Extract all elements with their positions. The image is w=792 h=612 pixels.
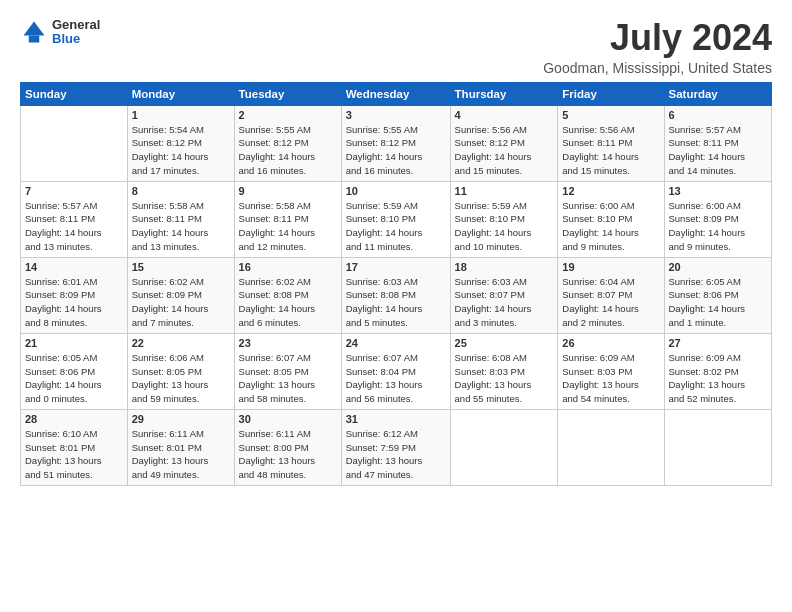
- calendar-week-row: 7Sunrise: 5:57 AM Sunset: 8:11 PM Daylig…: [21, 181, 772, 257]
- day-number: 28: [25, 413, 123, 425]
- day-info: Sunrise: 6:02 AM Sunset: 8:08 PM Dayligh…: [239, 275, 337, 330]
- day-number: 1: [132, 109, 230, 121]
- calendar-cell: 11Sunrise: 5:59 AM Sunset: 8:10 PM Dayli…: [450, 181, 558, 257]
- logo-blue-text: Blue: [52, 32, 100, 46]
- day-info: Sunrise: 6:01 AM Sunset: 8:09 PM Dayligh…: [25, 275, 123, 330]
- weekday-header: Saturday: [664, 82, 772, 105]
- day-number: 20: [669, 261, 768, 273]
- svg-marker-0: [24, 22, 45, 36]
- day-info: Sunrise: 6:00 AM Sunset: 8:10 PM Dayligh…: [562, 199, 659, 254]
- day-number: 13: [669, 185, 768, 197]
- calendar-cell: [664, 409, 772, 485]
- day-info: Sunrise: 6:07 AM Sunset: 8:05 PM Dayligh…: [239, 351, 337, 406]
- day-number: 22: [132, 337, 230, 349]
- day-info: Sunrise: 6:11 AM Sunset: 8:01 PM Dayligh…: [132, 427, 230, 482]
- month-title: July 2024: [543, 18, 772, 58]
- calendar-cell: 9Sunrise: 5:58 AM Sunset: 8:11 PM Daylig…: [234, 181, 341, 257]
- day-number: 8: [132, 185, 230, 197]
- logo: General Blue: [20, 18, 100, 47]
- day-number: 31: [346, 413, 446, 425]
- calendar-cell: 20Sunrise: 6:05 AM Sunset: 8:06 PM Dayli…: [664, 257, 772, 333]
- calendar-cell: 1Sunrise: 5:54 AM Sunset: 8:12 PM Daylig…: [127, 105, 234, 181]
- day-number: 15: [132, 261, 230, 273]
- day-info: Sunrise: 5:58 AM Sunset: 8:11 PM Dayligh…: [132, 199, 230, 254]
- calendar-cell: [558, 409, 664, 485]
- calendar-cell: 5Sunrise: 5:56 AM Sunset: 8:11 PM Daylig…: [558, 105, 664, 181]
- weekday-header: Sunday: [21, 82, 128, 105]
- calendar-cell: 15Sunrise: 6:02 AM Sunset: 8:09 PM Dayli…: [127, 257, 234, 333]
- calendar-cell: [21, 105, 128, 181]
- day-info: Sunrise: 5:59 AM Sunset: 8:10 PM Dayligh…: [455, 199, 554, 254]
- weekday-header: Friday: [558, 82, 664, 105]
- logo-icon: [20, 18, 48, 46]
- day-info: Sunrise: 5:55 AM Sunset: 8:12 PM Dayligh…: [346, 123, 446, 178]
- calendar-cell: 13Sunrise: 6:00 AM Sunset: 8:09 PM Dayli…: [664, 181, 772, 257]
- weekday-header: Tuesday: [234, 82, 341, 105]
- day-number: 3: [346, 109, 446, 121]
- calendar-cell: 21Sunrise: 6:05 AM Sunset: 8:06 PM Dayli…: [21, 333, 128, 409]
- weekday-header: Monday: [127, 82, 234, 105]
- day-number: 17: [346, 261, 446, 273]
- calendar-cell: 17Sunrise: 6:03 AM Sunset: 8:08 PM Dayli…: [341, 257, 450, 333]
- day-info: Sunrise: 5:56 AM Sunset: 8:11 PM Dayligh…: [562, 123, 659, 178]
- day-number: 7: [25, 185, 123, 197]
- day-number: 19: [562, 261, 659, 273]
- day-info: Sunrise: 5:55 AM Sunset: 8:12 PM Dayligh…: [239, 123, 337, 178]
- calendar-cell: 2Sunrise: 5:55 AM Sunset: 8:12 PM Daylig…: [234, 105, 341, 181]
- day-number: 14: [25, 261, 123, 273]
- day-info: Sunrise: 5:54 AM Sunset: 8:12 PM Dayligh…: [132, 123, 230, 178]
- calendar-cell: 22Sunrise: 6:06 AM Sunset: 8:05 PM Dayli…: [127, 333, 234, 409]
- calendar-cell: 26Sunrise: 6:09 AM Sunset: 8:03 PM Dayli…: [558, 333, 664, 409]
- calendar-cell: 27Sunrise: 6:09 AM Sunset: 8:02 PM Dayli…: [664, 333, 772, 409]
- calendar-week-row: 21Sunrise: 6:05 AM Sunset: 8:06 PM Dayli…: [21, 333, 772, 409]
- calendar-cell: 3Sunrise: 5:55 AM Sunset: 8:12 PM Daylig…: [341, 105, 450, 181]
- day-info: Sunrise: 6:03 AM Sunset: 8:08 PM Dayligh…: [346, 275, 446, 330]
- calendar-header-row: SundayMondayTuesdayWednesdayThursdayFrid…: [21, 82, 772, 105]
- day-number: 10: [346, 185, 446, 197]
- day-info: Sunrise: 6:03 AM Sunset: 8:07 PM Dayligh…: [455, 275, 554, 330]
- calendar-cell: 19Sunrise: 6:04 AM Sunset: 8:07 PM Dayli…: [558, 257, 664, 333]
- day-number: 12: [562, 185, 659, 197]
- day-info: Sunrise: 6:06 AM Sunset: 8:05 PM Dayligh…: [132, 351, 230, 406]
- calendar-week-row: 28Sunrise: 6:10 AM Sunset: 8:01 PM Dayli…: [21, 409, 772, 485]
- page: General Blue July 2024 Goodman, Mississi…: [0, 0, 792, 612]
- day-number: 21: [25, 337, 123, 349]
- day-number: 16: [239, 261, 337, 273]
- calendar-cell: 16Sunrise: 6:02 AM Sunset: 8:08 PM Dayli…: [234, 257, 341, 333]
- day-info: Sunrise: 5:58 AM Sunset: 8:11 PM Dayligh…: [239, 199, 337, 254]
- calendar-cell: 8Sunrise: 5:58 AM Sunset: 8:11 PM Daylig…: [127, 181, 234, 257]
- calendar-cell: 25Sunrise: 6:08 AM Sunset: 8:03 PM Dayli…: [450, 333, 558, 409]
- calendar-cell: 30Sunrise: 6:11 AM Sunset: 8:00 PM Dayli…: [234, 409, 341, 485]
- title-block: July 2024 Goodman, Mississippi, United S…: [543, 18, 772, 76]
- day-number: 18: [455, 261, 554, 273]
- calendar-cell: 14Sunrise: 6:01 AM Sunset: 8:09 PM Dayli…: [21, 257, 128, 333]
- calendar-cell: 29Sunrise: 6:11 AM Sunset: 8:01 PM Dayli…: [127, 409, 234, 485]
- day-number: 25: [455, 337, 554, 349]
- day-number: 11: [455, 185, 554, 197]
- svg-rect-1: [29, 36, 40, 43]
- day-info: Sunrise: 6:08 AM Sunset: 8:03 PM Dayligh…: [455, 351, 554, 406]
- calendar-cell: 10Sunrise: 5:59 AM Sunset: 8:10 PM Dayli…: [341, 181, 450, 257]
- day-number: 27: [669, 337, 768, 349]
- day-number: 23: [239, 337, 337, 349]
- day-info: Sunrise: 6:11 AM Sunset: 8:00 PM Dayligh…: [239, 427, 337, 482]
- calendar-cell: 18Sunrise: 6:03 AM Sunset: 8:07 PM Dayli…: [450, 257, 558, 333]
- day-info: Sunrise: 6:09 AM Sunset: 8:02 PM Dayligh…: [669, 351, 768, 406]
- day-number: 24: [346, 337, 446, 349]
- day-info: Sunrise: 6:07 AM Sunset: 8:04 PM Dayligh…: [346, 351, 446, 406]
- day-number: 9: [239, 185, 337, 197]
- calendar-cell: 4Sunrise: 5:56 AM Sunset: 8:12 PM Daylig…: [450, 105, 558, 181]
- calendar-table: SundayMondayTuesdayWednesdayThursdayFrid…: [20, 82, 772, 486]
- day-info: Sunrise: 5:59 AM Sunset: 8:10 PM Dayligh…: [346, 199, 446, 254]
- day-info: Sunrise: 6:02 AM Sunset: 8:09 PM Dayligh…: [132, 275, 230, 330]
- location: Goodman, Mississippi, United States: [543, 60, 772, 76]
- day-number: 30: [239, 413, 337, 425]
- calendar-week-row: 14Sunrise: 6:01 AM Sunset: 8:09 PM Dayli…: [21, 257, 772, 333]
- day-info: Sunrise: 6:04 AM Sunset: 8:07 PM Dayligh…: [562, 275, 659, 330]
- logo-text: General Blue: [52, 18, 100, 47]
- day-info: Sunrise: 5:57 AM Sunset: 8:11 PM Dayligh…: [25, 199, 123, 254]
- day-info: Sunrise: 6:12 AM Sunset: 7:59 PM Dayligh…: [346, 427, 446, 482]
- day-info: Sunrise: 6:10 AM Sunset: 8:01 PM Dayligh…: [25, 427, 123, 482]
- weekday-header: Wednesday: [341, 82, 450, 105]
- calendar-cell: 6Sunrise: 5:57 AM Sunset: 8:11 PM Daylig…: [664, 105, 772, 181]
